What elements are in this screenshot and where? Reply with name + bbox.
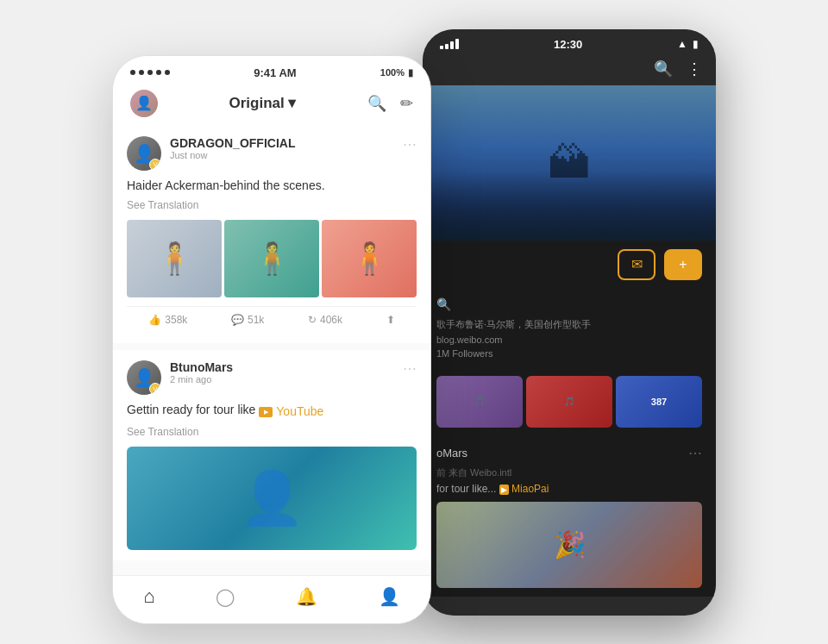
thumb-1[interactable]: 🎵 (436, 376, 523, 428)
signal-bar (440, 39, 459, 49)
message-button[interactable]: ✉ (618, 249, 656, 280)
tab-notification-icon[interactable]: 🔔 (296, 586, 317, 607)
hero-overlay (423, 172, 716, 241)
person-3: 🧍 (350, 241, 389, 277)
battery-icon-dark: ▮ (693, 38, 699, 50)
youtube-icon: ▶ (259, 407, 273, 417)
wifi-icon-dark: ▲ (677, 38, 687, 50)
comments-count: 51k (248, 314, 264, 326)
dark-post-text-content: for tour like... (436, 483, 496, 495)
profile-link[interactable]: blog.weibo.com (436, 335, 702, 345)
dark-post: oMars ⋯ 前 来自 Weibo.intl for tour like...… (423, 436, 716, 597)
post-1-user-info: GDRAGON_OFFICIAL Just now (170, 136, 403, 160)
stat-more[interactable]: ⬆ (386, 314, 395, 326)
person-2: 🧍 (253, 241, 292, 277)
post-1-see-translation[interactable]: See Translation (127, 199, 417, 211)
comment-icon: 💬 (231, 314, 244, 326)
post-1-img-3: 🧍 (322, 220, 417, 297)
post-2-see-translation[interactable]: See Translation (127, 426, 417, 438)
dot-2 (139, 70, 144, 75)
post-2-image: 👤 (127, 447, 417, 550)
miaopai-label: MiaoPai (511, 483, 549, 495)
post-2-person: 👤 (240, 467, 304, 528)
thumb-1-content: 🎵 (473, 395, 486, 408)
post-1-img-2: 🧍 (224, 220, 319, 297)
edit-icon[interactable]: ✏ (400, 94, 413, 113)
post-2-header: 👤 V BtunoMars 2 min ago ⋯ (127, 360, 417, 395)
repost-icon: ↻ (308, 314, 317, 326)
stat-likes[interactable]: 👍 358k (148, 314, 187, 326)
nav-title[interactable]: Original ▾ (229, 94, 297, 112)
post-1-username[interactable]: GDRAGON_OFFICIAL (170, 136, 403, 150)
status-bar-dark: 12:30 ▲ ▮ (423, 29, 716, 56)
action-buttons-dark: ✉ + (423, 241, 716, 289)
nav-icons: 🔍 ✏ (367, 94, 413, 113)
tab-profile-icon[interactable]: 👤 (379, 586, 400, 607)
status-bar-white: 9:41 AM 100% ▮ (113, 56, 430, 84)
signal-4 (455, 39, 459, 49)
post-2-text: Gettin ready for tour like ▶ YouTube (127, 402, 417, 421)
verified-badge-1: V (149, 159, 161, 171)
person-1: 🧍 (155, 241, 194, 277)
phone-white: 9:41 AM 100% ▮ 👤 Original ▾ 🔍 ✏ (112, 55, 431, 624)
nav-bar-dark: 🔍 ⋮ (423, 56, 716, 85)
profile-followers: 1M Followers (436, 348, 702, 359)
dark-post-header: oMars ⋯ (436, 445, 702, 461)
dot-1 (130, 70, 135, 75)
dot-4 (156, 70, 161, 75)
likes-count: 358k (165, 314, 187, 326)
message-icon: ✉ (631, 256, 643, 272)
miaopai-icon: ▶ (499, 485, 509, 495)
follow-icon: + (679, 257, 687, 272)
hero-image-dark: 🏔 (423, 85, 716, 241)
dark-post-image-icon: 🎉 (554, 529, 586, 560)
youtube-label: YouTube (276, 403, 323, 421)
post-1-time: Just now (170, 150, 403, 160)
tab-explore-icon[interactable]: ◯ (216, 586, 235, 607)
dot-3 (147, 70, 153, 75)
post-2-avatar: 👤 V (127, 360, 161, 395)
thumb-2[interactable]: 🎵 (526, 376, 612, 428)
stat-comments[interactable]: 💬 51k (231, 314, 264, 326)
more-icon-dark[interactable]: ⋮ (687, 59, 702, 78)
phone-dark: 12:30 ▲ ▮ 🔍 ⋮ 🏔 ✉ (423, 29, 716, 616)
share-icon: ⬆ (386, 314, 395, 326)
post-1-text: Haider Ackerman-behind the scenes. (127, 178, 417, 195)
verified-badge-2: V (149, 383, 161, 395)
post-1-header: 👤 V GDRAGON_OFFICIAL Just now ⋯ (127, 136, 417, 171)
stat-shares[interactable]: ↻ 406k (308, 314, 342, 326)
status-right-dark: ▲ ▮ (677, 38, 699, 50)
post-1: 👤 V GDRAGON_OFFICIAL Just now ⋯ Haider A… (113, 126, 430, 344)
thumb-3-count: 387 (651, 397, 667, 407)
like-icon: 👍 (148, 314, 161, 326)
user-avatar[interactable]: 👤 (130, 90, 158, 117)
follow-button[interactable]: + (664, 249, 702, 280)
dot-5 (165, 70, 170, 75)
tab-bar-white: ⌂ ◯ 🔔 👤 (113, 575, 430, 623)
search-icon[interactable]: 🔍 (367, 94, 386, 113)
status-left-dark (440, 39, 459, 49)
profile-section-dark: 🔍 歌手布鲁诺·马尔斯，美国创作型歌手 blog.weibo.com 1M Fo… (423, 289, 716, 367)
post-1-image-grid: 🧍 🧍 🧍 (127, 220, 417, 297)
profile-bio: 歌手布鲁诺·马尔斯，美国创作型歌手 (436, 318, 702, 331)
post-1-more[interactable]: ⋯ (403, 136, 417, 153)
content-grid-dark: 🎵 🎵 387 (423, 367, 716, 436)
dark-post-more[interactable]: ⋯ (688, 445, 702, 461)
miaopai-link[interactable]: ▶ MiaoPai (499, 483, 549, 495)
signal-dots (130, 70, 170, 75)
status-time: 9:41 AM (254, 66, 296, 79)
post-2-more[interactable]: ⋯ (403, 360, 417, 377)
post-2-text-content: Gettin ready for tour like (127, 403, 255, 416)
dark-post-text: for tour like... ▶ MiaoPai (436, 483, 702, 495)
post-2-user-info: BtunoMars 2 min ago (170, 360, 403, 385)
status-time-dark: 12:30 (554, 38, 582, 51)
thumb-3[interactable]: 387 (616, 376, 702, 428)
youtube-link[interactable]: ▶ YouTube (259, 403, 323, 421)
signal-3 (450, 41, 454, 49)
nav-bar-white: 👤 Original ▾ 🔍 ✏ (113, 84, 430, 126)
dark-post-image: 🎉 (436, 502, 702, 588)
tab-home-icon[interactable]: ⌂ (143, 585, 154, 608)
post-2-username[interactable]: BtunoMars (170, 360, 403, 374)
search-icon-profile[interactable]: 🔍 (436, 297, 451, 311)
search-icon-dark[interactable]: 🔍 (654, 59, 673, 78)
